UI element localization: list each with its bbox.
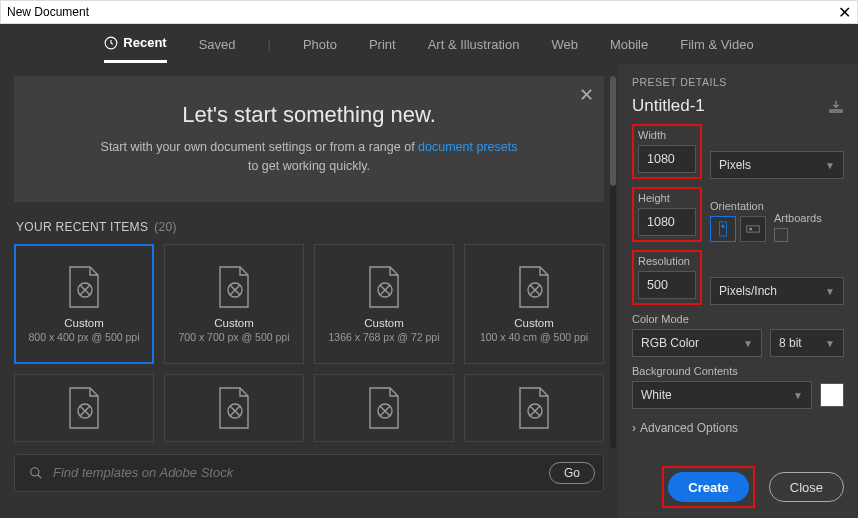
chevron-right-icon: › bbox=[632, 421, 636, 435]
create-button[interactable]: Create bbox=[668, 472, 748, 502]
document-icon bbox=[366, 386, 402, 430]
svg-point-30 bbox=[749, 227, 752, 230]
svg-point-28 bbox=[721, 225, 725, 229]
advanced-options-toggle[interactable]: › Advanced Options bbox=[632, 421, 844, 435]
recent-items-heading: YOUR RECENT ITEMS(20) bbox=[16, 220, 604, 234]
welcome-panel: ✕ Let's start something new. Start with … bbox=[14, 76, 604, 202]
chevron-down-icon: ▼ bbox=[825, 160, 835, 171]
portrait-button[interactable] bbox=[710, 216, 736, 242]
preset-details-panel: PRESET DETAILS Untitled-1 Width Pixels▼ … bbox=[618, 64, 858, 518]
tab-mobile[interactable]: Mobile bbox=[610, 27, 648, 62]
preset-card[interactable] bbox=[464, 374, 604, 442]
tab-saved[interactable]: Saved bbox=[199, 27, 236, 62]
landscape-button[interactable] bbox=[740, 216, 766, 242]
preset-card[interactable]: Custom 700 x 700 px @ 500 ppi bbox=[164, 244, 304, 364]
svg-rect-29 bbox=[747, 226, 759, 232]
close-button[interactable]: Close bbox=[769, 472, 844, 502]
document-icon bbox=[516, 265, 552, 309]
resolution-input[interactable] bbox=[638, 271, 696, 299]
colormode-label: Color Mode bbox=[632, 313, 844, 325]
resolution-label: Resolution bbox=[638, 255, 696, 267]
orientation-label: Orientation bbox=[710, 200, 766, 212]
chevron-down-icon: ▼ bbox=[793, 390, 803, 401]
search-input[interactable] bbox=[53, 465, 539, 480]
resolution-unit-select[interactable]: Pixels/Inch▼ bbox=[710, 277, 844, 305]
height-label: Height bbox=[638, 192, 696, 204]
clock-icon bbox=[104, 36, 118, 50]
document-icon bbox=[216, 386, 252, 430]
tab-film[interactable]: Film & Video bbox=[680, 27, 753, 62]
preset-card[interactable]: Custom 100 x 40 cm @ 500 ppi bbox=[464, 244, 604, 364]
chevron-down-icon: ▼ bbox=[825, 338, 835, 349]
go-button[interactable]: Go bbox=[549, 462, 595, 484]
template-search: Go bbox=[14, 454, 604, 492]
welcome-text: Start with your own document settings or… bbox=[34, 138, 584, 176]
save-preset-icon[interactable] bbox=[828, 99, 844, 113]
document-icon bbox=[216, 265, 252, 309]
colordepth-select[interactable]: 8 bit▼ bbox=[770, 329, 844, 357]
document-name[interactable]: Untitled-1 bbox=[632, 96, 705, 116]
preset-card[interactable]: Custom 800 x 400 px @ 500 ppi bbox=[14, 244, 154, 364]
tab-photo[interactable]: Photo bbox=[303, 27, 337, 62]
bgcontents-label: Background Contents bbox=[632, 365, 844, 377]
width-input[interactable] bbox=[638, 145, 696, 173]
preset-card[interactable] bbox=[164, 374, 304, 442]
svg-rect-27 bbox=[719, 222, 726, 236]
chevron-down-icon: ▼ bbox=[743, 338, 753, 349]
artboards-label: Artboards bbox=[774, 212, 822, 224]
category-tabs: Recent Saved | Photo Print Art & Illustr… bbox=[0, 24, 858, 64]
window-close-icon[interactable]: ✕ bbox=[838, 3, 851, 22]
search-icon bbox=[29, 466, 43, 480]
document-icon bbox=[66, 386, 102, 430]
tab-print[interactable]: Print bbox=[369, 27, 396, 62]
svg-point-25 bbox=[31, 467, 39, 475]
window-titlebar: New Document ✕ bbox=[0, 0, 858, 24]
tab-recent[interactable]: Recent bbox=[104, 25, 166, 63]
width-unit-select[interactable]: Pixels▼ bbox=[710, 151, 844, 179]
preset-card[interactable]: Custom 1366 x 768 px @ 72 ppi bbox=[314, 244, 454, 364]
tab-art[interactable]: Art & Illustration bbox=[428, 27, 520, 62]
height-input[interactable] bbox=[638, 208, 696, 236]
chevron-down-icon: ▼ bbox=[825, 286, 835, 297]
bg-swatch[interactable] bbox=[820, 383, 844, 407]
window-title: New Document bbox=[7, 5, 89, 19]
document-icon bbox=[366, 265, 402, 309]
close-icon[interactable]: ✕ bbox=[579, 84, 594, 106]
presets-link[interactable]: document presets bbox=[418, 140, 517, 154]
welcome-heading: Let's start something new. bbox=[34, 102, 584, 128]
preset-card[interactable] bbox=[14, 374, 154, 442]
document-icon bbox=[66, 265, 102, 309]
svg-line-26 bbox=[38, 474, 42, 478]
artboards-checkbox[interactable] bbox=[774, 228, 788, 242]
colormode-select[interactable]: RGB Color▼ bbox=[632, 329, 762, 357]
bgcontents-select[interactable]: White▼ bbox=[632, 381, 812, 409]
details-heading: PRESET DETAILS bbox=[632, 76, 844, 88]
preset-grid: Custom 800 x 400 px @ 500 ppi Custom 700… bbox=[14, 244, 604, 442]
tab-web[interactable]: Web bbox=[551, 27, 578, 62]
document-icon bbox=[516, 386, 552, 430]
scrollbar-thumb[interactable] bbox=[610, 76, 616, 186]
preset-card[interactable] bbox=[314, 374, 454, 442]
width-label: Width bbox=[638, 129, 696, 141]
